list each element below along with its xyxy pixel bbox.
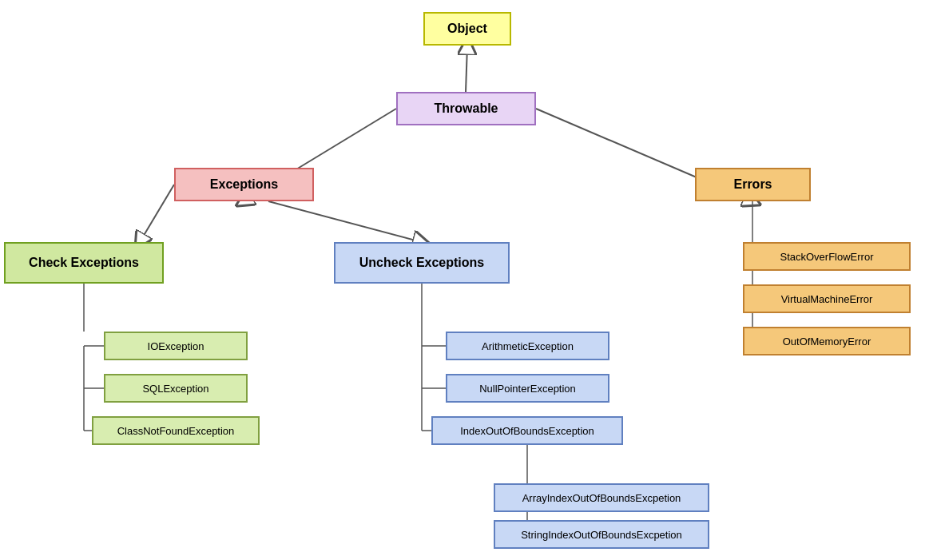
svg-line-4 bbox=[140, 185, 174, 242]
node-object: Object bbox=[423, 12, 511, 46]
diagram: Object Throwable Exceptions Errors Check… bbox=[0, 0, 933, 560]
svg-line-5 bbox=[268, 201, 422, 242]
node-outofmemory: OutOfMemoryError bbox=[743, 327, 911, 355]
node-throwable: Throwable bbox=[396, 92, 536, 125]
node-exceptions: Exceptions bbox=[174, 168, 314, 201]
node-stackoverflow: StackOverFlowError bbox=[743, 242, 911, 271]
node-errors: Errors bbox=[695, 168, 811, 201]
node-arrayindex: ArrayIndexOutOfBoundsExcpetion bbox=[494, 483, 709, 512]
node-indexoutofbounds: IndexOutOfBoundsException bbox=[431, 416, 623, 445]
node-virtualmachine: VirtualMachineError bbox=[743, 284, 911, 313]
node-sqlexception: SQLException bbox=[104, 374, 248, 403]
node-classnotfound: ClassNotFoundException bbox=[92, 416, 260, 445]
node-check-exceptions: Check Exceptions bbox=[4, 242, 164, 284]
node-ioexception: IOException bbox=[104, 332, 248, 360]
svg-line-1 bbox=[466, 46, 467, 92]
node-arithmetic: ArithmeticException bbox=[446, 332, 609, 360]
node-stringindex: StringIndexOutOfBoundsExcpetion bbox=[494, 520, 709, 549]
node-nullpointer: NullPointerException bbox=[446, 374, 609, 403]
node-uncheck-exceptions: Uncheck Exceptions bbox=[334, 242, 510, 284]
